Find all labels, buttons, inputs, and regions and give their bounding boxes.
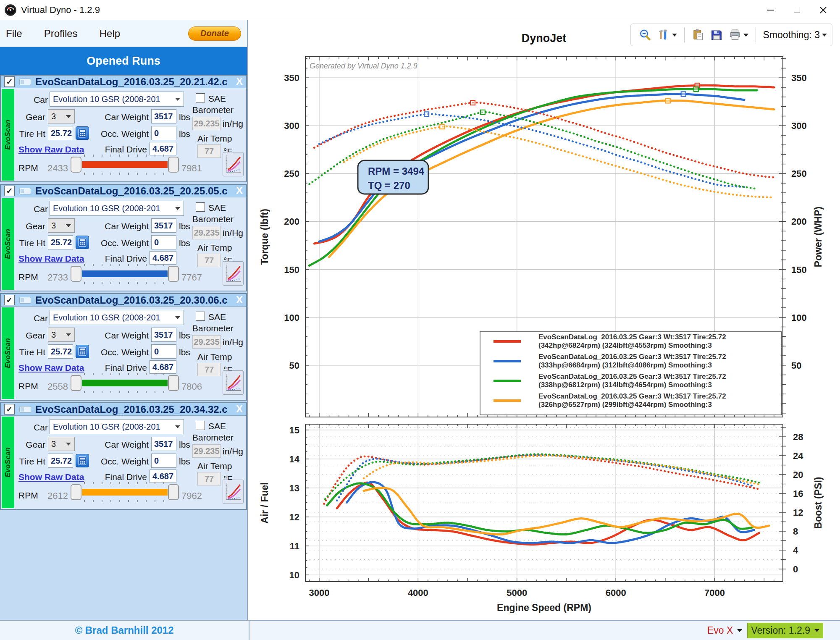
tire-calculator-button[interactable] <box>76 345 89 358</box>
app-icon <box>4 4 17 16</box>
barometer-field[interactable]: 29.235 <box>192 226 221 239</box>
tire-height-field[interactable]: 25.72 <box>48 344 73 359</box>
print-icon[interactable] <box>729 29 748 41</box>
sae-checkbox[interactable] <box>196 421 205 430</box>
car-weight-field[interactable]: 3517 <box>151 218 176 233</box>
rpm-max-handle[interactable] <box>168 266 179 282</box>
run-close-button[interactable]: X <box>236 185 243 197</box>
rpm-min-handle[interactable] <box>71 375 81 391</box>
sidebar-empty-area <box>0 511 247 620</box>
barometer-field[interactable]: 29.235 <box>192 117 221 130</box>
rpm-range-slider[interactable] <box>71 481 179 503</box>
sae-checkbox[interactable] <box>196 312 205 321</box>
run-graph-button[interactable] <box>223 261 244 286</box>
chevron-down-icon <box>66 224 71 227</box>
run-graph-button[interactable] <box>223 370 244 395</box>
sae-checkbox[interactable] <box>196 202 205 212</box>
smoothing-dropdown[interactable]: Smoothing: 3 <box>763 29 827 41</box>
rpm-min-handle[interactable] <box>71 266 81 282</box>
car-select[interactable]: Evolution 10 GSR (2008-201 <box>50 201 184 216</box>
sae-checkbox[interactable] <box>196 93 205 102</box>
rpm-range-slider[interactable] <box>71 372 179 394</box>
run-close-button[interactable]: X <box>236 294 243 306</box>
show-raw-data-link[interactable]: Show Raw Data <box>18 472 84 482</box>
close-button[interactable] <box>810 2 836 18</box>
rpm-max-handle[interactable] <box>168 157 179 173</box>
air-temp-field[interactable]: 77 <box>197 472 221 485</box>
rpm-max-handle[interactable] <box>168 375 179 391</box>
donate-button[interactable]: Donate <box>188 26 241 41</box>
rpm-min-handle[interactable] <box>71 157 81 173</box>
run-close-button[interactable]: X <box>236 76 243 87</box>
run-collapse-icon[interactable] <box>19 297 31 304</box>
menu-profiles[interactable]: Profiles <box>44 28 78 39</box>
occ-weight-field[interactable]: 0 <box>151 126 176 140</box>
dyno-charts[interactable]: Generated by Virtual Dyno 1.2.9505010010… <box>248 50 839 620</box>
show-raw-data-link[interactable]: Show Raw Data <box>18 254 84 264</box>
chevron-down-icon <box>66 443 71 446</box>
run-collapse-icon[interactable] <box>19 406 31 413</box>
gear-select[interactable]: 3 <box>48 437 75 451</box>
air-temp-field[interactable]: 77 <box>197 254 221 267</box>
car-weight-field[interactable]: 3517 <box>151 437 176 451</box>
run-enabled-checkbox[interactable]: ✓ <box>4 295 15 305</box>
run-close-button[interactable]: X <box>236 403 243 415</box>
zoom-out-icon[interactable] <box>639 29 651 41</box>
run-collapse-icon[interactable] <box>19 188 31 194</box>
rpm-range-slider[interactable] <box>71 263 179 285</box>
lbs-label: lbs <box>179 238 190 248</box>
menu-help[interactable]: Help <box>100 28 120 39</box>
show-raw-data-link[interactable]: Show Raw Data <box>18 144 84 155</box>
tire-calculator-button[interactable] <box>76 126 89 140</box>
save-icon[interactable] <box>710 29 723 41</box>
air-temp-field[interactable]: 77 <box>197 144 221 158</box>
tire-calculator-button[interactable] <box>76 454 89 467</box>
rpm-min-handle[interactable] <box>71 484 81 500</box>
run-graph-button[interactable] <box>223 152 244 176</box>
run-collapse-icon[interactable] <box>19 79 31 85</box>
barometer-field[interactable]: 29.235 <box>192 335 221 349</box>
slider-ticks <box>84 391 165 393</box>
occ-weight-field[interactable]: 0 <box>151 235 176 249</box>
menu-file[interactable]: File <box>6 28 22 39</box>
tire-calculator-button[interactable] <box>76 236 89 249</box>
minimize-icon <box>767 10 774 10</box>
rpm-max-handle[interactable] <box>168 484 179 500</box>
car-weight-field[interactable]: 3517 <box>151 328 176 342</box>
profile-dropdown[interactable]: Evo X <box>707 625 733 636</box>
gear-select[interactable]: 3 <box>48 218 75 233</box>
occ-weight-field[interactable]: 0 <box>151 344 176 359</box>
run-title-bar: ✓ EvoScanDataLog_2016.03.25_20.21.42.c X <box>1 76 246 88</box>
run-enabled-checkbox[interactable]: ✓ <box>4 404 15 414</box>
gear-select[interactable]: 3 <box>48 109 75 123</box>
paste-icon[interactable] <box>692 29 704 41</box>
show-raw-data-link[interactable]: Show Raw Data <box>18 363 84 373</box>
tools-icon[interactable] <box>657 29 677 41</box>
peak-marker-power-blue <box>681 92 686 96</box>
car-weight-field[interactable]: 3517 <box>151 109 176 123</box>
run-graph-button[interactable] <box>223 480 244 504</box>
car-select[interactable]: Evolution 10 GSR (2008-201 <box>50 419 184 434</box>
series-afr-red <box>337 483 759 545</box>
air-temp-field[interactable]: 77 <box>197 363 221 376</box>
tire-height-field[interactable]: 25.72 <box>48 454 73 468</box>
barometer-field[interactable]: 29.235 <box>192 444 221 458</box>
inhg-label: in/Hg <box>223 119 243 129</box>
lbs-label: lbs <box>179 440 190 450</box>
run-panel-2: ✓ EvoScanDataLog_2016.03.25_20.25.05.c X… <box>0 184 247 291</box>
run-enabled-checkbox[interactable]: ✓ <box>4 186 15 196</box>
car-select[interactable]: Evolution 10 GSR (2008-201 <box>50 310 184 325</box>
rpm-range-slider[interactable] <box>71 154 179 176</box>
gear-select[interactable]: 3 <box>48 328 75 342</box>
svg-text:24: 24 <box>793 451 803 461</box>
power-axis-title: Power (WHP) <box>813 207 824 267</box>
chart-header: DynoJet <box>248 20 840 50</box>
tire-height-field[interactable]: 25.72 <box>48 235 73 249</box>
car-select[interactable]: Evolution 10 GSR (2008-201 <box>50 92 184 107</box>
tire-height-field[interactable]: 25.72 <box>48 126 73 140</box>
maximize-button[interactable] <box>784 2 810 18</box>
occ-weight-field[interactable]: 0 <box>151 454 176 468</box>
run-enabled-checkbox[interactable]: ✓ <box>4 76 15 87</box>
version-dropdown[interactable]: Version: 1.2.9 <box>747 623 823 638</box>
minimize-button[interactable] <box>758 2 784 18</box>
